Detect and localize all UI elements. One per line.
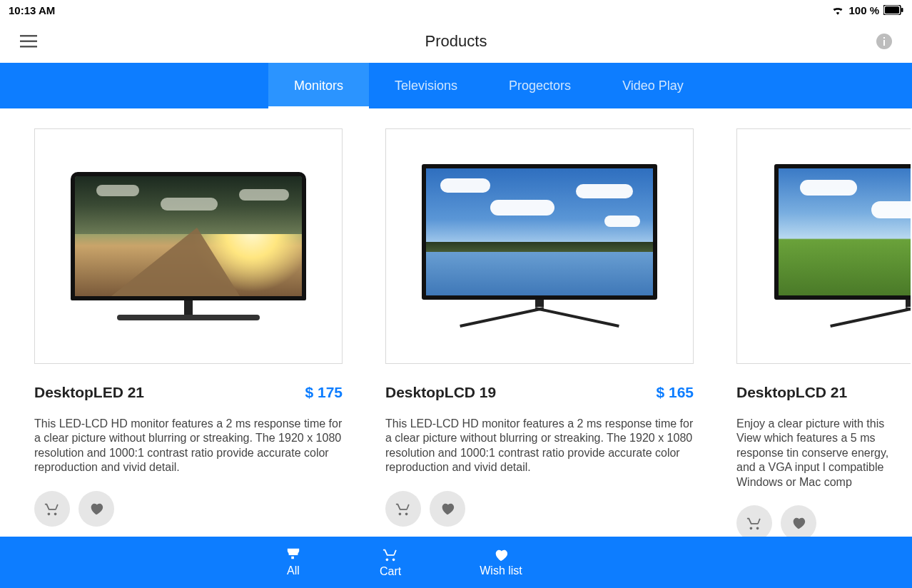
product-price: $ 175 <box>305 384 343 401</box>
wishlist-button[interactable] <box>78 491 114 527</box>
add-to-cart-button[interactable] <box>736 505 772 541</box>
product-name: DesktopLCD 19 <box>385 384 496 401</box>
cart-icon <box>746 515 762 531</box>
svg-rect-4 <box>20 41 37 43</box>
add-to-cart-button[interactable] <box>385 491 421 527</box>
menu-button[interactable] <box>20 35 49 48</box>
wishlist-button[interactable] <box>781 505 816 541</box>
product-image <box>385 128 694 364</box>
tab-label: Televisions <box>395 78 457 93</box>
product-name: DesktopLCD 21 <box>736 384 847 401</box>
heart-icon <box>88 501 104 517</box>
product-name: DesktopLED 21 <box>34 384 144 401</box>
tab-televisions[interactable]: Televisions <box>369 63 483 108</box>
status-bar: 10:13 AM 100 % <box>0 0 912 20</box>
tab-video-play[interactable]: Video Play <box>597 63 709 108</box>
tab-progectors[interactable]: Progectors <box>483 63 597 108</box>
product-image <box>736 128 911 364</box>
svg-rect-7 <box>883 40 885 46</box>
status-time: 10:13 AM <box>9 4 55 16</box>
product-header: DesktopLCD 19 $ 165 <box>385 384 694 401</box>
product-actions <box>34 491 343 527</box>
status-battery-text: 100 % <box>848 4 879 16</box>
svg-rect-2 <box>901 8 903 12</box>
svg-rect-5 <box>20 46 37 48</box>
app-bar: Products <box>0 20 912 63</box>
product-list[interactable]: DesktopLED 21 $ 175 This LED-LCD HD moni… <box>0 108 912 541</box>
store-icon <box>285 547 301 562</box>
product-header: DesktopLCD 21 <box>736 384 911 401</box>
heart-icon <box>493 547 509 562</box>
add-to-cart-button[interactable] <box>34 491 70 527</box>
tab-label: Monitors <box>294 78 343 93</box>
product-card[interactable]: DesktopLED 21 $ 175 This LED-LCD HD moni… <box>34 128 343 541</box>
svg-rect-1 <box>885 6 899 14</box>
product-description: Enjoy a clear picture with this View whi… <box>736 417 911 490</box>
tab-label: Progectors <box>509 78 571 93</box>
svg-rect-8 <box>883 37 885 39</box>
product-image <box>34 128 343 364</box>
nav-wishlist[interactable]: Wish list <box>480 547 522 577</box>
page-title: Products <box>49 32 863 51</box>
svg-rect-3 <box>20 35 37 37</box>
cart-icon <box>395 501 411 517</box>
category-tabs: Monitors Televisions Progectors Video Pl… <box>0 63 912 108</box>
product-card[interactable]: DesktopLCD 21 Enjoy a clear picture with… <box>736 128 911 541</box>
nav-cart[interactable]: Cart <box>380 547 401 578</box>
status-right: 100 % <box>831 4 903 16</box>
cart-icon <box>44 501 60 517</box>
nav-label: Wish list <box>480 564 522 577</box>
wishlist-button[interactable] <box>430 491 465 527</box>
cart-icon <box>382 547 398 562</box>
wifi-icon <box>831 5 844 15</box>
product-price: $ 165 <box>656 384 694 401</box>
tab-label: Video Play <box>622 78 684 93</box>
battery-icon <box>883 5 903 15</box>
heart-icon <box>791 515 806 531</box>
product-description: This LED-LCD HD monitor features a 2 ms … <box>385 417 694 475</box>
product-description: This LED-LCD HD monitor features a 2 ms … <box>34 417 343 475</box>
product-card[interactable]: DesktopLCD 19 $ 165 This LED-LCD HD moni… <box>385 128 694 541</box>
product-actions <box>736 505 911 541</box>
product-header: DesktopLED 21 $ 175 <box>34 384 343 401</box>
nav-all[interactable]: All <box>285 547 301 577</box>
info-button[interactable] <box>863 34 892 49</box>
heart-icon <box>440 501 455 517</box>
nav-label: All <box>287 564 300 577</box>
nav-label: Cart <box>380 565 401 578</box>
tab-monitors[interactable]: Monitors <box>268 63 369 108</box>
product-actions <box>385 491 694 527</box>
bottom-nav: All Cart Wish list <box>0 537 912 588</box>
